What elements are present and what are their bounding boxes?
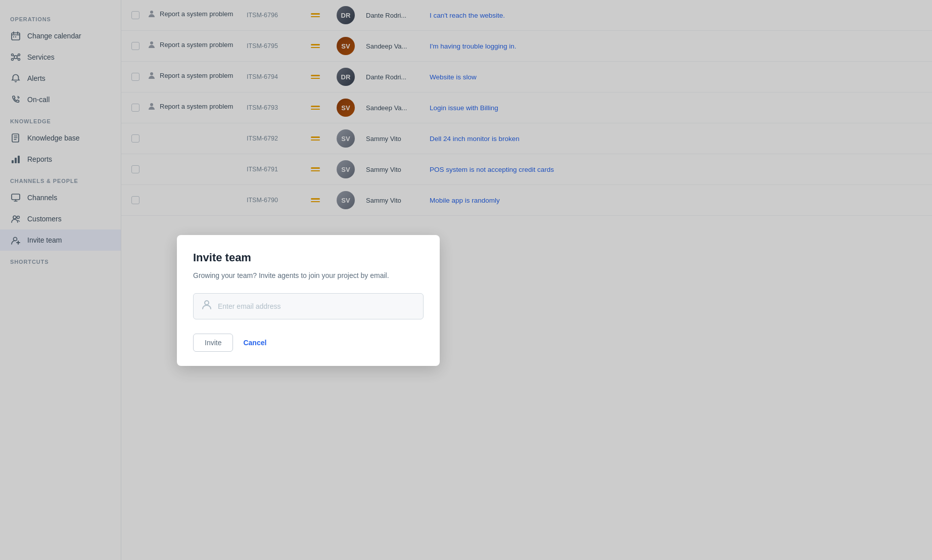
email-input-wrapper	[193, 293, 424, 319]
modal-actions: Invite Cancel	[193, 334, 424, 352]
modal-overlay: Invite team Growing your team? Invite ag…	[0, 0, 932, 560]
svg-point-20	[205, 301, 209, 305]
invite-team-modal: Invite team Growing your team? Invite ag…	[177, 235, 440, 366]
modal-description: Growing your team? Invite agents to join…	[193, 270, 424, 281]
invite-button[interactable]: Invite	[193, 334, 233, 352]
cancel-button[interactable]: Cancel	[241, 334, 268, 351]
modal-title: Invite team	[193, 251, 424, 264]
person-icon	[201, 299, 213, 314]
email-input[interactable]	[218, 302, 416, 310]
